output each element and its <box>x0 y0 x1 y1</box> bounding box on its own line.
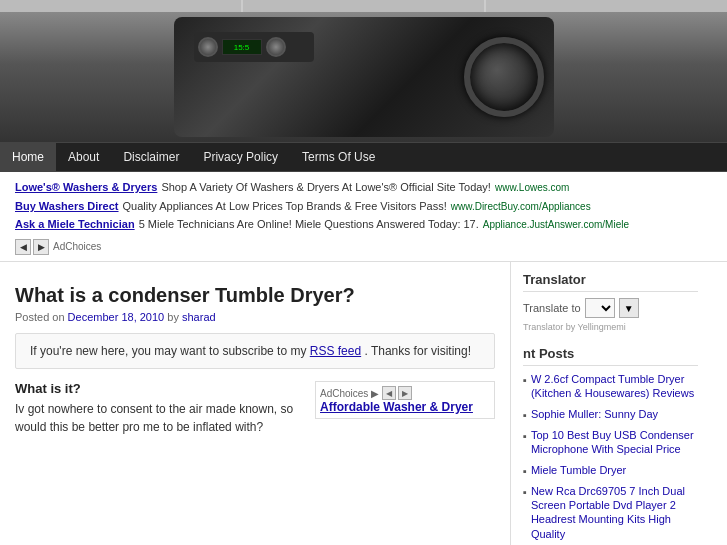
recent-post-item: Top 10 Best Buy USB Condenser Microphone… <box>523 428 698 457</box>
article-title: What is a condenser Tumble Dryer? <box>15 284 495 307</box>
nav-privacy[interactable]: Privacy Policy <box>191 143 290 171</box>
ad-3-link[interactable]: Ask a Miele Technician <box>15 215 135 234</box>
inline-ad-nav: ◀ ▶ <box>382 386 412 400</box>
main-layout: What is a condenser Tumble Dryer? Posted… <box>0 262 727 545</box>
translator-box: Translate to ▼ <box>523 298 698 318</box>
inline-ad-prev[interactable]: ◀ <box>382 386 396 400</box>
inline-ad-choices-label: AdChoices ▶ <box>320 388 379 399</box>
recent-post-link-4[interactable]: New Rca Drc69705 7 Inch Dual Screen Port… <box>531 484 698 541</box>
article-date[interactable]: December 18, 2010 <box>68 311 165 323</box>
ad-row-2: Buy Washers Direct Quality Appliances At… <box>15 197 712 216</box>
nav-terms[interactable]: Terms Of Use <box>290 143 387 171</box>
ad-row-1: Lowe's® Washers & Dryers Shop A Variety … <box>15 178 712 197</box>
thanks-text: . Thanks for visiting! <box>364 344 471 358</box>
subscribe-box: If you're new here, you may want to subs… <box>15 333 495 369</box>
control-display: 15:5 <box>222 39 262 55</box>
top-ad-block-1 <box>0 0 241 12</box>
by-label: by <box>167 311 182 323</box>
sidebar: Translator Translate to ▼ Translator by … <box>510 262 710 545</box>
recent-post-link-2[interactable]: Top 10 Best Buy USB Condenser Microphone… <box>531 428 698 457</box>
nav-disclaimer[interactable]: Disclaimer <box>111 143 191 171</box>
ad-nav: ◀ ▶ <box>15 239 49 255</box>
top-ad-block-3 <box>486 0 727 12</box>
ad-section: Lowe's® Washers & Dryers Shop A Variety … <box>0 172 727 262</box>
ad-3-text: 5 Miele Technicians Are Online! Miele Qu… <box>139 215 479 234</box>
rss-link[interactable]: RSS feed <box>310 344 361 358</box>
ad-next-btn[interactable]: ▶ <box>33 239 49 255</box>
ad-2-link[interactable]: Buy Washers Direct <box>15 197 119 216</box>
translate-select[interactable] <box>585 298 615 318</box>
recent-post-item: Miele Tumble Dryer <box>523 463 698 478</box>
recent-post-link-3[interactable]: Miele Tumble Dryer <box>531 463 626 477</box>
article-meta: Posted on December 18, 2010 by sharad <box>15 311 495 323</box>
recent-posts-widget: nt Posts W 2.6cf Compact Tumble Dryer (K… <box>523 346 698 541</box>
recent-posts-title: nt Posts <box>523 346 698 366</box>
translator-title: Translator <box>523 272 698 292</box>
control-knob-1 <box>198 37 218 57</box>
inline-ad-choices: AdChoices ▶ ◀ ▶ <box>320 386 490 400</box>
ad-1-link[interactable]: Lowe's® Washers & Dryers <box>15 178 157 197</box>
content-area: What is a condenser Tumble Dryer? Posted… <box>0 262 510 545</box>
navbar: Home About Disclaimer Privacy Policy Ter… <box>0 142 727 172</box>
ad-2-text: Quality Appliances At Low Prices Top Bra… <box>123 197 447 216</box>
control-knob-2 <box>266 37 286 57</box>
top-ad-strip <box>0 0 727 12</box>
washer-drum <box>464 37 544 117</box>
subscribe-text: If you're new here, you may want to subs… <box>30 344 306 358</box>
ad-2-url: www.DirectBuy.com/Appliances <box>451 198 591 215</box>
header-banner: 15:5 <box>0 12 727 142</box>
washer-controls: 15:5 <box>194 32 314 62</box>
recent-post-link-1[interactable]: Sophie Muller: Sunny Day <box>531 407 658 421</box>
ad-prev-btn[interactable]: ◀ <box>15 239 31 255</box>
inline-ad-link[interactable]: Affordable Washer & Dryer <box>320 400 473 414</box>
translator-widget: Translator Translate to ▼ Translator by … <box>523 272 698 332</box>
nav-about[interactable]: About <box>56 143 111 171</box>
article-body-wrapper: AdChoices ▶ ◀ ▶ Affordable Washer & Drye… <box>15 381 495 436</box>
recent-posts-list: W 2.6cf Compact Tumble Dryer (Kitchen & … <box>523 372 698 541</box>
ad-3-url: Appliance.JustAnswer.com/Miele <box>483 216 629 233</box>
nav-home[interactable]: Home <box>0 143 56 171</box>
ad-1-text: Shop A Variety Of Washers & Dryers At Lo… <box>161 178 491 197</box>
inline-ad-next[interactable]: ▶ <box>398 386 412 400</box>
top-ad-block-2 <box>243 0 484 12</box>
ad-row-3: Ask a Miele Technician 5 Miele Technicia… <box>15 215 712 234</box>
inline-ad: AdChoices ▶ ◀ ▶ Affordable Washer & Drye… <box>315 381 495 419</box>
recent-post-item: W 2.6cf Compact Tumble Dryer (Kitchen & … <box>523 372 698 401</box>
ad-choices-label: AdChoices <box>53 241 101 252</box>
washer-image: 15:5 <box>174 17 554 137</box>
article-author[interactable]: sharad <box>182 311 216 323</box>
translate-to-label: Translate to <box>523 302 581 314</box>
recent-post-item: New Rca Drc69705 7 Inch Dual Screen Port… <box>523 484 698 541</box>
recent-post-link-0[interactable]: W 2.6cf Compact Tumble Dryer (Kitchen & … <box>531 372 698 401</box>
posted-label: Posted on <box>15 311 65 323</box>
ad-1-url: www.Lowes.com <box>495 179 569 196</box>
translator-credit: Translator by Yellingmemi <box>523 322 698 332</box>
translate-btn[interactable]: ▼ <box>619 298 639 318</box>
recent-post-item: Sophie Muller: Sunny Day <box>523 407 698 422</box>
